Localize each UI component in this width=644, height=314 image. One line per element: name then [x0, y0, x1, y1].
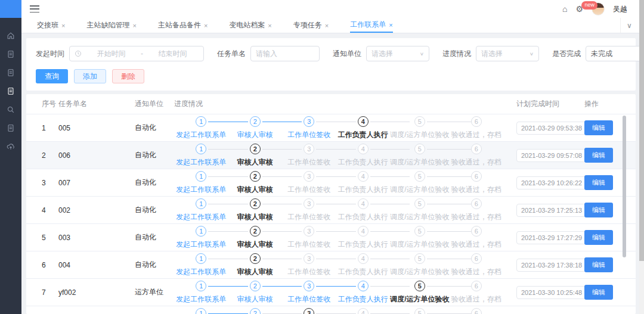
step-label: 调度/运方单位验收 — [390, 130, 449, 140]
step-number: 2 — [250, 144, 261, 154]
table-row-4[interactable]: 5003自动化1发起工作联系单2审核人审核3工作单位签收4工作负责人执行5调度/… — [26, 224, 636, 251]
close-icon[interactable]: × — [325, 22, 329, 29]
step-label: 工作单位签收 — [287, 157, 330, 167]
step-number: 6 — [471, 308, 482, 314]
step-2: 2审核人审核 — [228, 226, 283, 250]
sidebar-item-file-5[interactable] — [0, 119, 21, 137]
tabs-chevron-down-icon[interactable]: ∨ — [620, 18, 638, 33]
step-3: 3工作单位签收 — [282, 116, 336, 140]
range-separator: - — [141, 49, 143, 58]
table-row-6[interactable]: 7yf002运方单位1发起工作联系单2审核人审核3工作单位签收4工作负责人执行5… — [26, 279, 636, 306]
delete-button[interactable]: 删除 — [112, 69, 144, 83]
step-number: 3 — [304, 116, 314, 127]
table-scrollbar-thumb[interactable] — [623, 116, 626, 257]
tab-0[interactable]: 交接班× — [37, 18, 65, 33]
progress-select[interactable]: 请选择 ∨ — [476, 46, 539, 61]
step-1: 1发起工作联系单 — [174, 308, 228, 314]
add-button[interactable]: 添加 — [74, 69, 106, 83]
table-row-2[interactable]: 3007自动化1发起工作联系单2审核人审核3工作单位签收4工作负责人执行5调度/… — [26, 169, 636, 197]
table-row-0[interactable]: 1005自动化1发起工作联系单2审核人审核3工作单位签收4工作负责人执行5调度/… — [26, 114, 636, 142]
cell-action: 编辑 — [582, 148, 626, 163]
table-row-3[interactable]: 4002自动化1发起工作联系单2审核人审核3工作单位签收4工作负责人执行5调度/… — [26, 197, 636, 224]
date-range-input[interactable]: 开始时间 - 结束时间 — [69, 46, 204, 61]
search-button[interactable]: 查询 — [36, 69, 68, 83]
edit-button[interactable]: 编辑 — [584, 175, 613, 190]
step-number: 5 — [414, 144, 425, 154]
step-4: 4工作负责人执行 — [336, 116, 391, 140]
sidebar-item-file-3[interactable] — [0, 82, 21, 100]
step-6: 6验收通过，存档 — [449, 226, 503, 250]
edit-button[interactable]: 编辑 — [584, 148, 613, 163]
hamburger-menu-icon[interactable] — [30, 5, 39, 13]
file-icon — [7, 69, 15, 77]
step-label: 工作负责人执行 — [338, 294, 388, 304]
sidebar — [0, 0, 21, 314]
step-4: 4工作负责人执行 — [336, 198, 391, 222]
home-icon[interactable]: ⌂ — [562, 5, 567, 13]
notify-unit-select[interactable]: 请选择 ∨ — [366, 46, 429, 61]
step-number: 4 — [358, 226, 369, 237]
col-header-progress: 进度情况 — [174, 99, 503, 109]
close-icon[interactable]: × — [204, 22, 208, 29]
cell-planned-time: 2021-03-29 17:25:13 — [503, 204, 582, 217]
close-icon[interactable]: × — [389, 21, 392, 29]
tab-2[interactable]: 主站备品备件× — [158, 18, 208, 33]
step-label: 调度/运方单位验收 — [390, 294, 449, 304]
step-label: 验收通过，存档 — [451, 157, 501, 167]
table-row-1[interactable]: 2006自动化1发起工作联系单2审核人审核3工作单位签收4工作负责人执行5调度/… — [26, 142, 636, 169]
cell-seq: 5 — [35, 234, 58, 242]
edit-button[interactable]: 编辑 — [584, 203, 613, 217]
step-2: 2审核人审核 — [228, 308, 283, 314]
tab-4[interactable]: 专项任务× — [293, 18, 329, 33]
cell-task-name: 004 — [58, 261, 135, 269]
step-label: 工作单位签收 — [287, 212, 330, 222]
cell-notify-unit: 自动化 — [135, 260, 174, 270]
edit-button[interactable]: 编辑 — [584, 285, 613, 300]
sidebar-item-home-0[interactable] — [0, 26, 21, 45]
sidebar-icons — [0, 18, 21, 156]
tab-1[interactable]: 主站缺陷管理× — [86, 18, 136, 33]
step-number: 2 — [250, 281, 261, 291]
step-number: 1 — [196, 226, 206, 237]
step-label: 调度/运方单位验收 — [390, 185, 449, 195]
col-header-seq: 序号 — [35, 99, 58, 109]
sidebar-item-file-1[interactable] — [0, 45, 21, 63]
cell-action: 编辑 — [582, 203, 626, 217]
step-label: 工作单位签收 — [287, 294, 330, 304]
chevron-down-icon: ∨ — [530, 51, 534, 57]
close-icon[interactable]: × — [132, 22, 136, 29]
task-name-input[interactable]: 请输入 — [250, 46, 320, 61]
page-scrollbar[interactable] — [639, 0, 644, 314]
step-label: 发起工作联系单 — [176, 130, 226, 140]
step-5: 5调度/运方单位验收 — [390, 116, 449, 140]
step-number: 4 — [358, 198, 369, 209]
edit-button[interactable]: 编辑 — [584, 230, 613, 245]
sidebar-item-cloud-upload-6[interactable] — [0, 137, 21, 156]
completed-select[interactable]: 未完成 ∨ — [586, 46, 644, 61]
sidebar-item-search-4[interactable] — [0, 100, 21, 119]
step-number: 3 — [304, 198, 314, 209]
cloud-upload-icon — [7, 142, 15, 151]
username[interactable]: 吴越 — [613, 4, 627, 14]
close-icon[interactable]: × — [268, 22, 271, 29]
table-row-7[interactable]: 1发起工作联系单2审核人审核3工作单位签收4工作负责人执行5调度/运方单位验收6… — [26, 306, 636, 314]
planned-time-box: 2021-03-29 09:57:08 — [516, 149, 587, 162]
step-label: 工作单位签收 — [287, 240, 330, 250]
tab-3[interactable]: 变电站档案× — [229, 18, 271, 33]
new-badge: new — [581, 1, 597, 10]
sidebar-item-file-2[interactable] — [0, 63, 21, 82]
cell-notify-unit: 自动化 — [135, 205, 174, 215]
close-icon[interactable]: × — [61, 22, 65, 29]
page-scrollbar-thumb[interactable] — [639, 0, 644, 261]
table-row-5[interactable]: 6004自动化1发起工作联系单2审核人审核3工作单位签收4工作负责人执行5调度/… — [26, 251, 636, 279]
step-label: 工作单位签收 — [287, 267, 330, 277]
cell-progress: 1发起工作联系单2审核人审核3工作单位签收4工作负责人执行5调度/运方单位验收6… — [174, 281, 503, 304]
step-6: 6验收通过，存档 — [449, 281, 503, 304]
edit-button[interactable]: 编辑 — [584, 120, 613, 135]
tab-5[interactable]: 工作联系单× — [350, 18, 392, 33]
edit-button[interactable]: 编辑 — [584, 257, 613, 272]
planned-time-box: 2021-03-30 10:25:48 — [516, 286, 587, 299]
cell-progress: 1发起工作联系单2审核人审核3工作单位签收4工作负责人执行5调度/运方单位验收6… — [174, 226, 503, 250]
cell-progress: 1发起工作联系单2审核人审核3工作单位签收4工作负责人执行5调度/运方单位验收6… — [174, 116, 503, 140]
step-2: 2审核人审核 — [228, 116, 283, 140]
